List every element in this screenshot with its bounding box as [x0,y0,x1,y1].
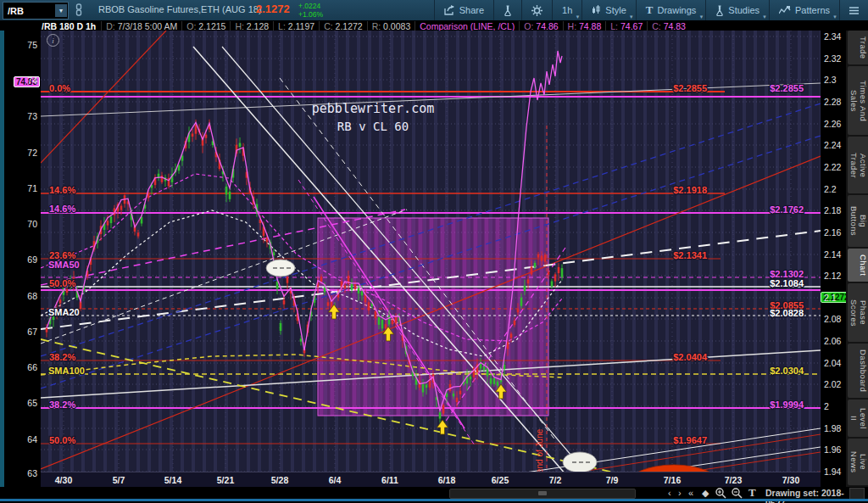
axis-tick: 63 [27,468,37,478]
axis-tick: 73 [27,111,37,121]
svg-text:$2.0404: $2.0404 [673,352,708,362]
sidebar-tab-chart[interactable]: Chart [848,249,868,282]
symbol-input[interactable]: /RB ▼ [3,2,69,20]
date-tick: 6/4 [329,475,342,485]
axis-tick: 2 [824,401,829,411]
flask-icon [715,5,724,16]
symbol-dropdown-caret-icon[interactable]: ▼ [55,4,67,17]
axis-tick: 1.96 [824,444,841,455]
sidebar-tab-times-and-sales[interactable]: Times And Sales [848,66,868,135]
patterns-button[interactable]: Patterns▼ [769,0,839,20]
left-price-axis[interactable]: 74.83 75747372717069686766656463 [4,31,41,487]
date-tick: 5/7 [113,475,125,485]
svg-text:50.0%: 50.0% [49,278,75,288]
axis-tick: 69 [27,254,37,265]
svg-text:$2.1918: $2.1918 [673,185,707,195]
svg-text:0.0%: 0.0% [49,83,70,93]
thinkorswim-chart-window: /RB ▼ RBOB Gasoline Futures,ETH (AUG 18)… [0,0,868,503]
chart-scrollbar[interactable] [449,489,636,499]
axis-tick: 2.16 [824,227,841,238]
axis-tick: 2.26 [824,119,841,129]
svg-text:$2.2855: $2.2855 [673,83,707,93]
instrument-title: RBOB Gasoline Futures,ETH (AUG 18) [98,4,262,14]
axis-tick: 2.28 [824,97,841,107]
date-tick: 6/11 [381,475,398,485]
sidebar-tab-phase-scores[interactable]: Phase Scores [848,283,868,343]
pan-left-icon[interactable]: ‹ [668,487,671,499]
toolbar-buttons: Share 1h▼ Style▼ T Drawings▼ Studies▼ [434,0,868,20]
studies-button[interactable]: Studies▼ [705,0,769,20]
svg-text:SMA20: SMA20 [48,307,80,317]
symbol-link-icon[interactable] [75,3,83,20]
svg-text:50.0%: 50.0% [49,435,75,445]
axis-tick: 67 [27,327,37,337]
right-price-axis[interactable]: 2.1272 2.342.322.32.282.262.242.222.22.1… [821,31,846,487]
axis-tick: 2.22 [824,162,841,172]
svg-text:$2.1341: $2.1341 [673,250,707,260]
axis-tick: 75 [27,40,37,50]
price-change: +.0224+1.06% [298,2,323,19]
gadget-sidebar: TradeTimes And SalesActive TraderBig But… [846,31,868,487]
axis-tick: 1.98 [824,423,841,433]
axis-tick: 2.12 [824,271,841,281]
svg-text:$1.9647: $1.9647 [673,435,707,445]
chart-plot-area[interactable]: end of June0.0%14.6%14.6%23.6%SMA5050.0%… [41,31,821,472]
symbol-text: /RB [3,6,55,16]
svg-text:$2.1762: $2.1762 [770,204,804,215]
date-tick: 4/30 [55,475,72,485]
axis-tick: 2.32 [824,53,841,64]
svg-text:SMA100: SMA100 [48,366,85,376]
axis-tick: 70 [27,219,37,229]
style-button[interactable]: Style▼ [581,0,635,20]
white-ellipse-drawing[interactable] [563,452,597,472]
text-note-tool-icon[interactable]: T [748,487,756,499]
axis-tick: 2.34 [824,31,841,42]
window-bottom-border [0,499,868,501]
svg-text:14.6%: 14.6% [49,204,75,214]
share-button[interactable]: Share [434,0,493,20]
date-tick: 6/25 [492,475,509,485]
sidebar-tab-live-news[interactable]: Live News [848,439,868,485]
sidebar-tab-active-trader[interactable]: Active Trader [848,137,868,193]
date-tick: 7/30 [782,475,799,485]
date-tick: 5/14 [164,475,181,485]
axis-tick: 2.2 [824,184,837,194]
axis-tick: 2.18 [824,205,841,215]
date-tick: 5/28 [271,475,288,485]
last-price: 2.1272 [256,3,290,15]
sidebar-tab-level-ii[interactable]: Level II [848,400,868,436]
date-tick: 7/2 [549,475,562,485]
sidebar-tab-big-buttons[interactable]: Big Buttons [848,195,868,246]
text-tool-icon: T [646,3,654,17]
menu-icon [849,7,859,14]
axis-tick: 2.1 [824,293,837,303]
white-ellipse-drawing[interactable] [266,260,295,277]
axis-tick: 2.04 [824,358,841,368]
maximize-menu-button[interactable] [839,0,868,20]
svg-text:$1.9994: $1.9994 [770,400,804,410]
settings-button[interactable] [521,0,552,20]
sidebar-tab-trade[interactable]: Trade [848,31,868,64]
svg-text:$2.1084: $2.1084 [770,278,804,288]
date-tick: 7/16 [664,475,681,485]
auto-center-icon[interactable]: ◆ [702,487,709,499]
date-tick: 7/23 [725,475,742,485]
info-icon[interactable]: i [47,34,59,47]
drawings-button[interactable]: T Drawings▼ [636,0,706,20]
sidebar-tab-dashboard[interactable]: Dashboard [848,344,868,398]
date-axis[interactable]: 4/305/75/145/215/286/46/116/186/257/27/9… [41,472,821,488]
axis-tick: 71 [27,183,37,193]
flask-icon [504,5,512,16]
quick-study-button[interactable] [493,0,521,20]
pan-right-icon[interactable]: › [678,487,682,499]
svg-text:SMA50: SMA50 [48,260,80,270]
fast-rewind-icon[interactable]: « [688,487,693,499]
corner-resize-handle[interactable] [849,488,865,500]
interval-button[interactable]: 1h▼ [552,0,581,20]
gear-icon [531,5,542,16]
axis-tick: 66 [27,362,37,372]
axis-tick: 2.06 [824,336,841,346]
svg-text:$2.2855: $2.2855 [770,83,804,93]
axis-tick: 2.3 [824,75,837,85]
scrollbar-grip[interactable] [538,491,547,495]
